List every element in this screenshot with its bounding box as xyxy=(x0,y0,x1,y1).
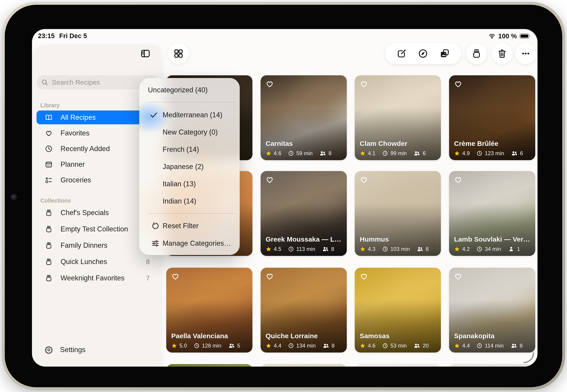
recipe-servings: 6 xyxy=(520,150,523,156)
recipe-card-samosas[interactable]: Samosas4.653 min20 xyxy=(355,268,441,352)
favorite-heart-icon[interactable] xyxy=(359,79,368,88)
add-to-collection-button[interactable] xyxy=(466,43,487,64)
clock-icon xyxy=(288,246,294,252)
library-section-header: Library xyxy=(40,102,60,109)
clock-icon xyxy=(382,150,388,156)
people-icon xyxy=(414,342,420,349)
favorite-heart-icon[interactable] xyxy=(265,79,274,88)
sidebar-item-settings[interactable]: Settings xyxy=(37,342,159,358)
star-icon xyxy=(360,246,366,252)
grid-view-button[interactable] xyxy=(168,43,189,64)
recipe-time: 34 min xyxy=(485,246,501,252)
recipe-rating: 4.2 xyxy=(462,246,470,252)
sidebar-item-label: All Recipes xyxy=(61,113,150,122)
trash-icon xyxy=(497,48,507,59)
sidebar-item-label: Chef's Specials xyxy=(61,209,150,217)
recipe-card-cr-me-br-l-e[interactable]: Crème Brûlée4.9123 min6 xyxy=(449,75,535,160)
menu-item-french-14[interactable]: French (14) xyxy=(139,142,240,157)
recipe-servings: 1 xyxy=(517,246,520,252)
search-icon xyxy=(41,79,48,86)
favorite-heart-icon[interactable] xyxy=(359,175,368,184)
menu-item-new-category-0[interactable]: New Category (0) xyxy=(139,125,240,140)
sidebar-toggle-button[interactable] xyxy=(139,48,151,59)
menu-item-indian-14[interactable]: Indian (14) xyxy=(139,194,240,209)
clock-icon xyxy=(476,343,482,349)
recipe-card-clam-chowder[interactable]: Clam Chowder4.199 min6 xyxy=(355,75,441,160)
recipe-time: 114 min xyxy=(485,343,504,349)
battery-percent: 100 % xyxy=(498,32,517,40)
compass-button[interactable] xyxy=(418,48,428,59)
menu-item-label: Uncategorized (40) xyxy=(148,86,208,94)
calendar-icon xyxy=(45,160,53,168)
clock-icon xyxy=(288,343,294,349)
menu-item-mediterranean-14[interactable]: Mediterranean (14) xyxy=(139,108,240,123)
favorite-heart-icon[interactable] xyxy=(359,272,368,281)
heart-icon xyxy=(45,129,53,137)
ipad-device-frame: 23:15 Fri Dec 5 100 % xyxy=(2,2,565,390)
recipe-time: 128 min xyxy=(202,343,221,349)
people-icon xyxy=(319,150,326,157)
sidebar-item-weeknight-favorites[interactable]: Weeknight Favorites7 xyxy=(37,271,159,285)
collection-count: 8 xyxy=(146,258,150,266)
recipe-title: Clam Chowder xyxy=(360,140,437,147)
recipe-servings: 8 xyxy=(328,150,331,156)
recipe-card-quiche-lorraine[interactable]: Quiche Lorraine4.4134 min8 xyxy=(261,268,347,352)
sidebar-item-quick-lunches[interactable]: Quick Lunches8 xyxy=(37,254,159,269)
recipe-rating: 5.0 xyxy=(180,343,187,349)
favorite-heart-icon[interactable] xyxy=(454,272,463,281)
menu-item-japanese-2[interactable]: Japanese (2) xyxy=(139,159,240,174)
collection-box-icon xyxy=(45,225,53,233)
recipe-time: 123 min xyxy=(485,150,504,156)
sidebar-item-label: Favorites xyxy=(61,129,150,137)
ellipsis-icon xyxy=(521,48,531,59)
people-icon xyxy=(417,246,423,252)
star-icon xyxy=(266,246,272,252)
recipe-card-paella-valenciana[interactable]: Paella Valenciana5.0128 min5 xyxy=(166,268,252,352)
menu-item-italian-13[interactable]: Italian (13) xyxy=(139,177,240,192)
menu-item-reset-filter[interactable]: Reset Filter xyxy=(139,218,240,233)
status-date: Fri Dec 5 xyxy=(59,32,87,40)
compose-button[interactable] xyxy=(396,48,407,59)
favorite-heart-icon[interactable] xyxy=(171,272,180,281)
recipe-card-greek-moussaka-l[interactable]: Greek Moussaka — L…4.5113 min8 xyxy=(261,171,347,256)
favorite-heart-icon[interactable] xyxy=(454,79,463,88)
recipe-card[interactable] xyxy=(166,364,252,367)
favorite-heart-icon[interactable] xyxy=(454,175,463,184)
recipe-time: 103 min xyxy=(390,246,410,252)
recipe-servings: 20 xyxy=(423,343,429,349)
star-icon xyxy=(266,343,272,349)
recipe-card-carnitas[interactable]: Carnitas4.659 min8 xyxy=(261,75,347,160)
recipe-servings: 8 xyxy=(520,343,523,349)
app-screen: 23:15 Fri Dec 5 100 % xyxy=(32,29,538,367)
menu-item-manage-categories[interactable]: Manage Categories… xyxy=(139,236,240,251)
recipe-card[interactable] xyxy=(355,364,441,367)
add-to-collection-icon xyxy=(471,48,482,59)
collections-section-header: Collections xyxy=(40,197,71,204)
recipe-rating: 4.3 xyxy=(368,246,375,252)
recipe-servings: 8 xyxy=(426,246,429,252)
people-icon xyxy=(228,342,235,349)
more-options-button[interactable] xyxy=(515,43,536,64)
recipe-card[interactable] xyxy=(261,364,347,367)
recipe-time: 59 min xyxy=(296,150,313,156)
settings-label: Settings xyxy=(60,346,85,354)
collection-count: 7 xyxy=(146,275,150,282)
recipe-time: 99 min xyxy=(390,150,407,156)
trash-button[interactable] xyxy=(492,43,512,64)
recipe-meta: 5.0128 min5 xyxy=(171,342,240,349)
favorite-heart-icon[interactable] xyxy=(265,272,274,281)
search-input[interactable] xyxy=(52,78,154,86)
people-icon xyxy=(322,342,329,349)
clock-icon xyxy=(382,343,388,349)
recipe-card-hummus[interactable]: Hummus4.3103 min8 xyxy=(355,171,441,256)
recipe-card-spanakopita[interactable]: Spanakopita4.4114 min8 xyxy=(449,268,535,352)
recipe-meta: 4.9123 min6 xyxy=(454,150,523,157)
book-icon xyxy=(45,113,53,122)
recipe-servings: 8 xyxy=(331,246,334,252)
clock-icon xyxy=(45,145,53,153)
menu-item-uncategorized[interactable]: Uncategorized (40) xyxy=(139,83,240,98)
sliders-icon xyxy=(151,239,160,248)
photos-button[interactable] xyxy=(439,48,450,59)
favorite-heart-icon[interactable] xyxy=(265,175,274,184)
recipe-card-lamb-souvlaki-ver[interactable]: Lamb Souvlaki — Ver…4.234 min1 xyxy=(449,171,535,256)
